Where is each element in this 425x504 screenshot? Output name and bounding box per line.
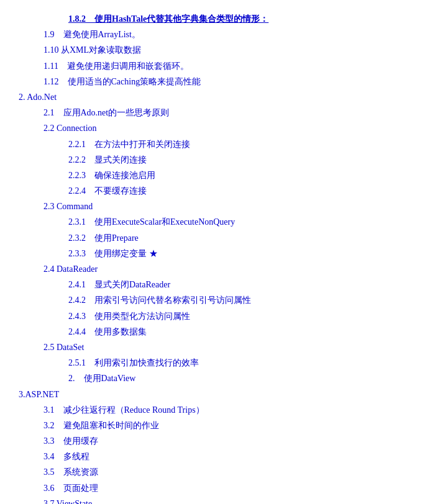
toc-item-23[interactable]: 2.5.1 利用索引加快查找行的效率 [68, 355, 406, 371]
toc-item-21[interactable]: 2.4.4 使用多数据集 [68, 324, 406, 340]
toc-item-30[interactable]: 3.5 系统资源 [43, 464, 406, 480]
toc-item-1[interactable]: 1.8.2 使用HashTale代替其他字典集合类型的情形： [68, 11, 406, 27]
toc-item-32[interactable]: 3.7 ViewState [43, 496, 406, 504]
toc-item-5[interactable]: 1.12 使用适当的Caching策略来提高性能 [43, 74, 406, 89]
toc-container: 1.8.2 使用HashTale代替其他字典集合类型的情形：1.9 避免使用Ar… [12, 6, 413, 504]
toc-item-8[interactable]: 2.2 Connection [43, 120, 406, 136]
toc-item-26[interactable]: 3.1 减少往返行程（Reduce Round Trips） [43, 402, 406, 418]
toc-item-6[interactable]: 2. Ado.Net [19, 89, 406, 105]
toc-item-7[interactable]: 2.1 应用Ado.net的一些思考原则 [43, 105, 406, 120]
toc-item-11[interactable]: 2.2.3 确保连接池启用 [68, 168, 406, 183]
toc-item-20[interactable]: 2.4.3 使用类型化方法访问属性 [68, 308, 406, 324]
toc-item-29[interactable]: 3.4 多线程 [43, 449, 406, 464]
toc-item-31[interactable]: 3.6 页面处理 [43, 480, 406, 496]
toc-item-9[interactable]: 2.2.1 在方法中打开和关闭连接 [68, 137, 406, 152]
toc-item-2[interactable]: 1.9 避免使用ArrayList。 [43, 27, 406, 42]
toc-item-13[interactable]: 2.3 Command [43, 199, 406, 214]
toc-item-25[interactable]: 3.ASP.NET [19, 387, 406, 402]
toc-item-18[interactable]: 2.4.1 显式关闭DataReader [68, 277, 406, 292]
toc-item-27[interactable]: 3.2 避免阻塞和长时间的作业 [43, 418, 406, 433]
toc-item-17[interactable]: 2.4 DataReader [43, 261, 406, 277]
toc-item-28[interactable]: 3.3 使用缓存 [43, 433, 406, 449]
toc-item-24[interactable]: 2. 使用DataView [68, 371, 406, 386]
toc-item-16[interactable]: 2.3.3 使用绑定变量 ★ [68, 246, 406, 261]
toc-item-4[interactable]: 1.11 避免使用递归调用和嵌套循环。 [43, 58, 406, 74]
toc-item-3[interactable]: 1.10 从XML对象读取数据 [43, 42, 406, 58]
toc-item-12[interactable]: 2.2.4 不要缓存连接 [68, 183, 406, 199]
toc-item-22[interactable]: 2.5 DataSet [43, 340, 406, 355]
toc-item-14[interactable]: 2.3.1 使用ExecuteScalar和ExecuteNonQuery [68, 214, 406, 230]
toc-item-10[interactable]: 2.2.2 显式关闭连接 [68, 152, 406, 168]
toc-item-15[interactable]: 2.3.2 使用Prepare [68, 230, 406, 246]
toc-item-19[interactable]: 2.4.2 用索引号访问代替名称索引引号访问属性 [68, 292, 406, 308]
